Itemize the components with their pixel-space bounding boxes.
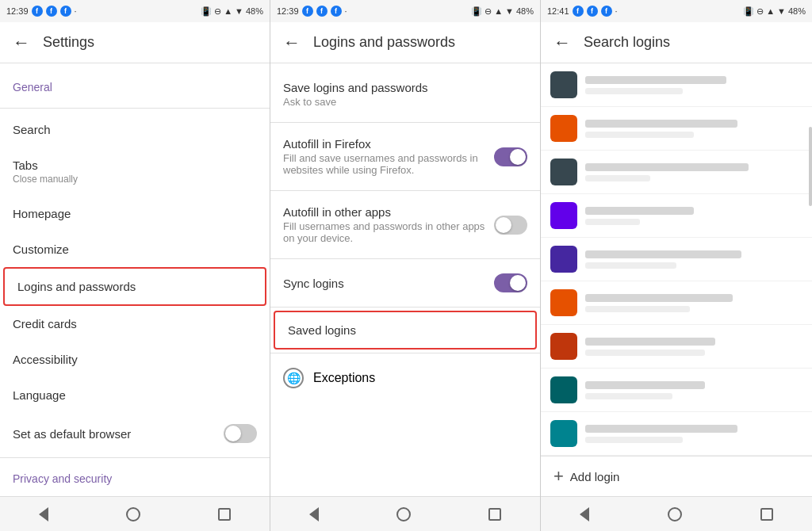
saved-logins-item[interactable]: Saved logins	[274, 311, 537, 350]
logins-list: Save logins and passwords Ask to save Au…	[270, 63, 540, 496]
recent-button-1[interactable]	[202, 502, 247, 527]
sync-logins-item[interactable]: Sync logins	[270, 262, 540, 304]
back-button-2[interactable]	[293, 501, 335, 528]
status-bar-left-3: 12:41 f f f ·	[547, 6, 618, 17]
time-1: 12:39	[6, 6, 29, 16]
login-avatar-8	[550, 376, 577, 403]
login-entry-5[interactable]	[541, 238, 812, 281]
login-entry-3[interactable]	[541, 151, 812, 194]
login-sub-blur-5	[585, 262, 676, 269]
settings-item-customize[interactable]: Customize	[0, 231, 270, 267]
bottom-nav-1	[0, 496, 270, 531]
status-bar-left-2: 12:39 f f f ·	[277, 6, 347, 17]
login-entry-6[interactable]	[541, 281, 812, 325]
settings-item-language[interactable]: Language	[0, 377, 270, 413]
settings-item-logins[interactable]: Logins and passwords	[3, 267, 266, 306]
fb-icon-3a: f	[573, 6, 584, 17]
login-entry-8[interactable]	[541, 369, 812, 412]
add-login-row[interactable]: + Add login	[541, 456, 812, 496]
recent-button-3[interactable]	[745, 502, 789, 527]
recent-button-2[interactable]	[473, 502, 517, 527]
login-info-8	[585, 381, 802, 399]
login-sub-blur-4	[585, 219, 640, 225]
logins-panel: 12:39 f f f · 📳 ⊖ ▲ ▼ 48% ← Logins and p…	[270, 0, 541, 531]
back-button-3[interactable]	[564, 501, 605, 528]
wifi-icon-2: ▲	[494, 6, 503, 16]
status-bar-left-1: 12:39 f f f ·	[6, 6, 77, 17]
settings-item-tabs[interactable]: Tabs Close manually	[0, 147, 270, 196]
fb-icon-3b: f	[587, 6, 598, 17]
save-logins-item[interactable]: Save logins and passwords Ask to save	[270, 70, 540, 119]
autofill-firefox-toggle[interactable]	[494, 147, 527, 166]
search-logins-title: Search logins	[584, 34, 799, 51]
autofill-other-toggle[interactable]	[494, 216, 527, 235]
dnd-icon-3: ⊖	[756, 6, 764, 17]
search-back-button[interactable]: ←	[553, 34, 571, 52]
search-logins-nav: ← Search logins	[541, 22, 812, 63]
back-button-1[interactable]	[23, 501, 64, 528]
login-sub-blur-2	[585, 132, 694, 138]
login-avatar-1	[550, 71, 577, 98]
login-entry-9[interactable]	[541, 412, 812, 456]
settings-item-homepage[interactable]: Homepage	[0, 196, 270, 231]
settings-item-general[interactable]: General	[0, 70, 270, 105]
sync-logins-toggle[interactable]	[494, 273, 527, 292]
sync-logins-row: Sync logins	[283, 273, 527, 292]
login-entry-1[interactable]	[541, 63, 812, 107]
home-button-3[interactable]	[652, 501, 698, 528]
vibrate-icon-3: 📳	[743, 6, 754, 17]
settings-item-privacy[interactable]: Privacy and security	[0, 461, 270, 496]
login-entry-2[interactable]	[541, 107, 812, 151]
login-info-9	[585, 425, 802, 443]
divider-l2	[270, 190, 540, 191]
vibrate-icon-2: 📳	[471, 6, 482, 17]
home-icon-1	[126, 507, 140, 521]
settings-list: General Search Tabs Close manually Homep…	[0, 63, 270, 496]
login-name-blur-3	[585, 163, 749, 171]
settings-item-search[interactable]: Search	[0, 112, 270, 147]
login-name-blur-2	[585, 120, 737, 128]
logins-back-button[interactable]: ←	[283, 34, 301, 52]
divider-1	[0, 108, 270, 109]
settings-item-row-default-browser: Set as default browser	[13, 424, 257, 443]
fb-icon-1c: f	[60, 6, 71, 17]
status-bar-3: 12:41 f f f · 📳 ⊖ ▲ ▼ 48%	[541, 0, 812, 22]
settings-item-default-browser[interactable]: Set as default browser	[0, 413, 270, 454]
autofill-other-item[interactable]: Autofill in other apps Fill usernames an…	[270, 194, 540, 255]
settings-item-accessibility[interactable]: Accessibility	[0, 342, 270, 377]
login-info-4	[585, 207, 802, 225]
login-info-2	[585, 120, 802, 138]
login-avatar-6	[550, 289, 577, 316]
login-name-blur-5	[585, 250, 741, 258]
logins-nav-bar: ← Logins and passwords	[270, 22, 540, 63]
recent-icon-1	[218, 508, 231, 521]
fb-icon-2c: f	[331, 6, 342, 17]
back-icon-3	[580, 507, 589, 521]
status-bar-right-1: 📳 ⊖ ▲ ▼ 48%	[201, 6, 263, 17]
login-name-blur-4	[585, 207, 694, 215]
home-button-2[interactable]	[381, 501, 427, 528]
autofill-firefox-item[interactable]: Autofill in Firefox Fill and save userna…	[270, 126, 540, 187]
login-entry-7[interactable]	[541, 325, 812, 369]
logins-title: Logins and passwords	[313, 34, 527, 51]
recent-icon-3	[760, 508, 773, 521]
dot-2: ·	[345, 6, 347, 16]
signal-icon-3: ▼	[777, 6, 786, 16]
divider-l4	[270, 307, 540, 308]
fb-icon-2a: f	[302, 6, 313, 17]
scrollbar[interactable]	[809, 127, 812, 206]
default-browser-toggle[interactable]	[224, 424, 257, 443]
fb-icon-1b: f	[46, 6, 57, 17]
status-bar-1: 12:39 f f f · 📳 ⊖ ▲ ▼ 48%	[0, 0, 270, 22]
home-button-1[interactable]	[110, 501, 156, 528]
login-info-3	[585, 163, 802, 181]
login-name-blur-7	[585, 338, 715, 346]
settings-panel: 12:39 f f f · 📳 ⊖ ▲ ▼ 48% ← Settings Gen…	[0, 0, 270, 531]
back-icon-2	[309, 507, 319, 521]
login-entry-4[interactable]	[541, 194, 812, 238]
login-avatar-4	[550, 202, 577, 229]
settings-item-credit-cards[interactable]: Credit cards	[0, 306, 270, 342]
exceptions-item[interactable]: 🌐 Exceptions	[270, 357, 540, 399]
divider-l3	[270, 258, 540, 259]
settings-back-button[interactable]: ←	[13, 34, 30, 52]
